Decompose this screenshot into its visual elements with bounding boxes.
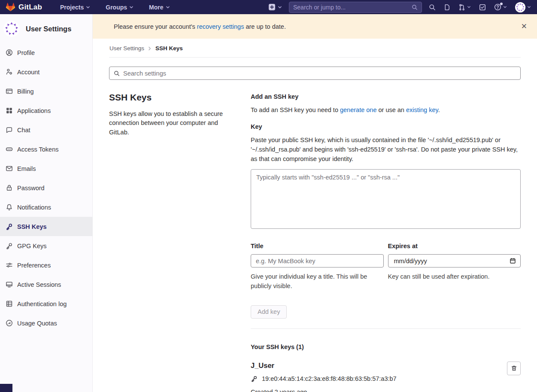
global-search[interactable] — [289, 2, 422, 13]
sidebar-item-active-sessions[interactable]: Active Sessions — [0, 275, 92, 294]
add-ssh-key-intro: To add an SSH key you need to generate o… — [251, 106, 521, 113]
sidebar-item-authentication-log[interactable]: Authentication log — [0, 294, 92, 313]
page-description: SSH keys allow you to establish a secure… — [109, 109, 236, 137]
top-navbar: GitLab Projects Groups More — [0, 0, 537, 14]
sidebar-item-ssh-keys[interactable]: SSH Keys — [0, 217, 92, 236]
sidebar-item-usage-quotas[interactable]: Usage Quotas — [0, 313, 92, 333]
title-help-text: Give your individual key a title. This w… — [251, 272, 384, 291]
profile-icon — [6, 49, 13, 56]
user-menu[interactable] — [515, 2, 531, 12]
sidebar-item-preferences[interactable]: Preferences — [0, 255, 92, 275]
chevron-down-icon — [467, 5, 471, 9]
key-fingerprint: 19:e0:44:a5:14:c2:3a:e8:f8:48:8b:63:5b:5… — [262, 375, 397, 382]
key-label: Key — [251, 123, 521, 130]
avatar — [515, 2, 525, 12]
new-menu-button[interactable] — [268, 3, 282, 11]
delete-key-button[interactable] — [507, 362, 521, 375]
sidebar-item-password[interactable]: Password — [0, 178, 92, 198]
chevron-down-icon — [527, 5, 531, 9]
expires-at-input[interactable]: mm/dd/yyyy — [388, 254, 521, 267]
help-menu[interactable] — [494, 3, 507, 11]
breadcrumb: User Settings SSH Keys — [109, 39, 521, 58]
sidebar-item-notifications[interactable]: Notifications — [0, 198, 92, 217]
sidebar-item-billing[interactable]: Billing — [0, 82, 92, 101]
global-search-input[interactable] — [293, 4, 412, 11]
title-label: Title — [251, 243, 384, 249]
todo-icon[interactable] — [479, 4, 486, 11]
ssh-key-textarea[interactable] — [251, 169, 521, 229]
applications-icon — [6, 107, 13, 114]
alert-banner: Please ensure your account's recovery se… — [93, 14, 537, 39]
close-icon[interactable]: ✕ — [518, 21, 530, 32]
sidebar-item-gpg-keys[interactable]: GPG Keys — [0, 236, 92, 255]
sidebar-item-profile[interactable]: Profile — [0, 43, 92, 62]
search-icon — [412, 4, 418, 10]
key-help-text: Paste your public SSH key, which is usua… — [251, 136, 521, 164]
ssh-key-list-item: J_User 19:e0:44:a5:14:c2:3a:e8:f8:48:8b:… — [251, 362, 521, 392]
breadcrumb-user-settings[interactable]: User Settings — [109, 45, 144, 52]
password-icon — [6, 184, 13, 191]
search-icon — [114, 70, 120, 76]
status-overlay — [0, 384, 12, 392]
help-icon — [494, 3, 501, 11]
divider — [251, 328, 521, 329]
chevron-down-icon — [503, 5, 507, 9]
recovery-settings-link[interactable]: recovery settings — [197, 23, 244, 30]
key-icon — [251, 375, 258, 382]
brand-name: GitLab — [18, 3, 42, 12]
notification-dot — [500, 3, 503, 5]
breadcrumb-ssh-keys[interactable]: SSH Keys — [155, 45, 183, 52]
nav-more[interactable]: More — [149, 4, 170, 11]
monitor-icon — [6, 281, 13, 288]
tanuki-icon — [6, 2, 15, 12]
settings-search[interactable] — [109, 67, 521, 80]
avatar — [3, 21, 20, 37]
issues-icon[interactable] — [444, 4, 450, 11]
merge-request-icon[interactable] — [458, 4, 471, 11]
log-icon — [6, 300, 13, 307]
sidebar-item-applications[interactable]: Applications — [0, 101, 92, 120]
sidebar-item-access-tokens[interactable]: Access Tokens — [0, 140, 92, 159]
key-name: J_User — [251, 362, 502, 370]
emails-icon — [6, 165, 13, 172]
sidebar-title: User Settings — [26, 25, 71, 33]
gauge-icon — [6, 319, 13, 327]
account-icon — [6, 68, 13, 76]
access-tokens-icon — [6, 146, 13, 153]
sidebar-item-account[interactable]: Account — [0, 62, 92, 82]
calendar-icon[interactable] — [510, 258, 516, 264]
add-key-button[interactable]: Add key — [251, 305, 287, 319]
add-ssh-key-heading: Add an SSH key — [251, 93, 521, 100]
nav-groups[interactable]: Groups — [106, 4, 133, 11]
chevron-down-icon — [86, 5, 90, 9]
your-ssh-keys-heading: Your SSH keys (1) — [251, 343, 521, 350]
banner-text: Please ensure your account's recovery se… — [114, 23, 286, 30]
notifications-icon — [6, 204, 13, 211]
key-created: Created 2 years ago — [251, 389, 502, 392]
existing-key-link[interactable]: existing key — [406, 106, 438, 113]
key-icon — [6, 223, 13, 230]
sidebar-item-emails[interactable]: Emails — [0, 159, 92, 178]
expires-help-text: Key can still be used after expiration. — [388, 272, 521, 282]
expires-at-label: Expires at — [388, 243, 521, 249]
sidebar-item-chat[interactable]: Chat — [0, 120, 92, 140]
key-icon — [6, 242, 13, 249]
settings-sidebar: User Settings Profile Account Billing Ap… — [0, 14, 93, 392]
page-title: SSH Keys — [109, 92, 236, 103]
preferences-icon — [6, 261, 13, 269]
chevron-down-icon — [166, 5, 170, 9]
billing-icon — [6, 88, 13, 95]
plus-icon — [268, 3, 276, 11]
sidebar-header: User Settings — [0, 14, 92, 43]
settings-search-input[interactable] — [123, 70, 516, 77]
generate-one-link[interactable]: generate one — [340, 106, 376, 113]
chevron-right-icon — [148, 46, 152, 51]
chat-icon — [6, 126, 13, 134]
trash-icon — [511, 365, 517, 371]
chevron-down-icon — [129, 5, 133, 9]
title-input[interactable] — [251, 254, 384, 267]
search-icon[interactable] — [429, 4, 436, 11]
chevron-down-icon — [278, 5, 282, 9]
gitlab-logo[interactable]: GitLab — [6, 2, 42, 12]
nav-projects[interactable]: Projects — [60, 4, 90, 11]
